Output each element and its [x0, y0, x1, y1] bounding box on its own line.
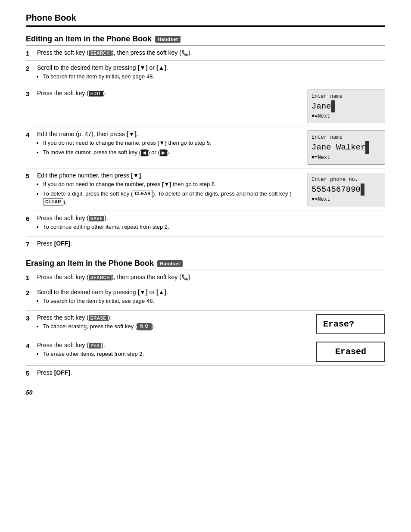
section-editing-heading: Editing an Item in the Phone Book — [26, 34, 152, 44]
edit-step-2-content: Scroll to the desired item by pressing [… — [37, 64, 385, 82]
edit-step-6-content: Press the soft key (SAVE). To continue e… — [37, 215, 385, 233]
screen5-value: 5554567890 — [311, 184, 381, 196]
no-key: N O — [137, 323, 152, 330]
edit-step-7-content: Press [OFF]. — [37, 240, 385, 248]
edit-step-5-screen: Enter phone no. 5554567890 ▼=Next — [308, 173, 385, 207]
page-title: Phone Book — [26, 13, 385, 23]
screen3-cursor — [331, 100, 335, 113]
edit-step-1-content: Press the soft key (SEARCH), then press … — [37, 49, 385, 57]
erase-step-3-bullet-1: To cancel erasing, press the soft key ( … — [43, 323, 312, 331]
edit-step-5-bullet-1: If you do not need to change the number,… — [43, 180, 303, 189]
screen4-label: Enter name — [311, 134, 381, 141]
edit-step-4: 4 Edit the name (p. 47), then press [▼].… — [26, 127, 385, 168]
erase-step-2-main: Scroll to the desired item by pressing [… — [37, 289, 381, 296]
edit-step-7: 7 Press [OFF]. — [26, 236, 385, 251]
screen3-label: Enter name — [311, 93, 381, 100]
erase-step-3-main: Press the soft key (ERASE). — [37, 314, 312, 321]
search-key-2: SEARCH — [89, 275, 112, 280]
erase-step-4-screen: Erased — [316, 342, 385, 362]
edit-step-7-main: Press [OFF]. — [37, 240, 381, 247]
screen3-nav: ▼=Next — [311, 112, 381, 120]
edit-step-2: 2 Scroll to the desired item by pressing… — [26, 61, 385, 86]
erase-step-5-content: Press [OFF]. — [37, 369, 385, 377]
handset-badge-erase: Handset — [157, 260, 183, 267]
screen5-nav: ▼=Next — [311, 196, 381, 203]
save-key: SAVE — [89, 216, 105, 221]
edit-step-7-num: 7 — [26, 240, 37, 248]
edit-step-4-bullet-2: To move the cursor, press the soft key (… — [43, 149, 303, 157]
edit-step-2-bullets: To search for the item by initial, see p… — [37, 73, 381, 81]
erase-step-4-num: 4 — [26, 342, 37, 349]
phonebook-icon-1: 📞 — [181, 50, 188, 56]
edit-step-5-num: 5 — [26, 172, 37, 180]
erase-step-4-bullet-1: To erase other items, repeat from step 2… — [43, 350, 312, 358]
edit-step-1-num: 1 — [26, 49, 37, 57]
erase-step-2-bullets: To search for the item by initial, see p… — [37, 297, 381, 305]
page-number: 50 — [26, 389, 385, 396]
phonebook-icon-2: 📞 — [181, 274, 188, 280]
page-title-rule — [26, 25, 385, 27]
edit-step-5-content: Edit the phone number, then press [▼]. I… — [37, 172, 308, 208]
erase-step-1-num: 1 — [26, 274, 37, 281]
erase-key: ERASE — [89, 315, 108, 321]
left-key: ◀ — [141, 149, 148, 157]
erase-step-3-bullets: To cancel erasing, press the soft key ( … — [37, 323, 312, 331]
erase-step-4: 4 Press the soft key (YES). To erase oth… — [26, 338, 385, 366]
section-erasing-heading: Erasing an Item in the Phone Book — [26, 259, 154, 268]
erase-step-4-main: Press the soft key (YES). — [37, 342, 312, 348]
erase-step-4-content: Press the soft key (YES). To erase other… — [37, 342, 316, 360]
edit-step-3-num: 3 — [26, 90, 37, 97]
screen3-value: Jane — [311, 100, 381, 113]
screen4-nav: ▼=Next — [311, 154, 381, 162]
edit-step-2-bullet-1: To search for the item by initial, see p… — [43, 73, 381, 81]
edit-step-6-bullets: To continue editing other items, repeat … — [37, 223, 381, 231]
edit-step-3-content: Press the soft key (EDIT). — [37, 90, 308, 97]
edit-step-4-screen: Enter name Jane Walker ▼=Next — [308, 131, 385, 165]
edit-step-3: 3 Press the soft key (EDIT). Enter name … — [26, 86, 385, 128]
editing-steps: 1 Press the soft key (SEARCH), then pres… — [26, 46, 385, 251]
edit-step-5: 5 Edit the phone number, then press [▼].… — [26, 168, 385, 212]
edit-step-3-screen: Enter name Jane ▼=Next — [308, 90, 385, 124]
search-key-1: SEARCH — [89, 50, 112, 56]
edit-step-6-main: Press the soft key (SAVE). — [37, 215, 381, 221]
yes-key: YES — [89, 343, 102, 348]
erase-step-5: 5 Press [OFF]. — [26, 366, 385, 380]
edit-step-4-num: 4 — [26, 131, 37, 138]
erase-step-3: 3 Press the soft key (ERASE). To cancel … — [26, 311, 385, 338]
screen5-label: Enter phone no. — [311, 176, 381, 184]
edit-step-2-num: 2 — [26, 64, 37, 72]
erase-step-3-content: Press the soft key (ERASE). To cancel er… — [37, 314, 316, 332]
handset-badge-edit: Handset — [155, 36, 181, 43]
erase-step-1-main: Press the soft key (SEARCH), then press … — [37, 274, 381, 280]
erase-step-4-bullets: To erase other items, repeat from step 2… — [37, 350, 312, 358]
erase-step-3-num: 3 — [26, 314, 37, 322]
edit-step-3-main: Press the soft key (EDIT). — [37, 90, 303, 96]
screen4-value: Jane Walker — [311, 141, 381, 154]
erase-step-1-content: Press the soft key (SEARCH), then press … — [37, 274, 385, 281]
edit-step-4-main: Edit the name (p. 47), then press [▼]. — [37, 131, 303, 137]
erase-step-2: 2 Scroll to the desired item by pressing… — [26, 285, 385, 311]
edit-step-5-main: Edit the phone number, then press [▼]. — [37, 172, 303, 179]
erase-step-2-content: Scroll to the desired item by pressing [… — [37, 289, 385, 307]
screen5-cursor — [361, 184, 364, 196]
edit-step-4-bullet-1: If you do not need to change the name, p… — [43, 139, 303, 147]
edit-step-6: 6 Press the soft key (SAVE). To continue… — [26, 211, 385, 236]
erase-step-1: 1 Press the soft key (SEARCH), then pres… — [26, 270, 385, 285]
clear-key-1: CLEAR — [133, 190, 153, 198]
edit-step-1-main: Press the soft key (SEARCH), then press … — [37, 49, 381, 56]
section-editing: Editing an Item in the Phone Book Handse… — [26, 34, 385, 251]
edit-step-6-bullet-1: To continue editing other items, repeat … — [43, 223, 381, 231]
edit-step-4-bullets: If you do not need to change the name, p… — [37, 139, 303, 157]
erasing-steps: 1 Press the soft key (SEARCH), then pres… — [26, 270, 385, 380]
edit-step-5-bullets: If you do not need to change the number,… — [37, 180, 303, 206]
edit-step-2-main: Scroll to the desired item by pressing [… — [37, 64, 381, 71]
edit-step-4-content: Edit the name (p. 47), then press [▼]. I… — [37, 131, 308, 158]
erase-step-2-num: 2 — [26, 289, 37, 296]
edit-key: EDIT — [89, 91, 103, 96]
erase-step-5-main: Press [OFF]. — [37, 369, 381, 376]
erase-step-3-screen: Erase? — [316, 314, 385, 334]
erase-step-5-num: 5 — [26, 369, 37, 377]
screen4-cursor — [365, 141, 369, 154]
erase-step-2-bullet-1: To search for the item by initial, see p… — [43, 297, 381, 305]
right-key: ▶ — [160, 149, 167, 157]
